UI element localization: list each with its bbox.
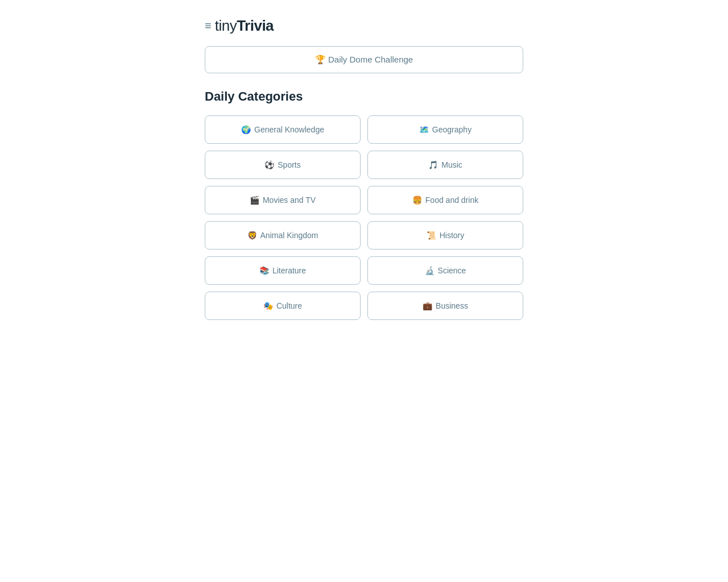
- category-button-literature[interactable]: 📚Literature: [205, 256, 361, 285]
- category-icon-10: 🎭: [263, 301, 273, 310]
- category-label-0: General Knowledge: [254, 125, 324, 134]
- category-icon-8: 📚: [259, 266, 269, 275]
- category-icon-7: 📜: [427, 231, 436, 240]
- category-icon-0: 🌍: [241, 125, 251, 134]
- category-label-9: Science: [438, 266, 466, 275]
- category-button-movies-and-tv[interactable]: 🎬Movies and TV: [205, 186, 361, 214]
- category-label-6: Animal Kingdom: [260, 231, 318, 240]
- categories-grid: 🌍General Knowledge🗺️Geography⚽Sports🎵Mus…: [205, 115, 523, 320]
- logo-trivia: Trivia: [237, 17, 274, 34]
- category-label-11: Business: [436, 301, 468, 310]
- logo-tiny: tiny: [215, 17, 237, 34]
- logo: tinyTrivia: [215, 17, 274, 35]
- category-icon-9: 🔬: [425, 266, 435, 275]
- header: ≡ tinyTrivia: [205, 17, 523, 35]
- category-button-music[interactable]: 🎵Music: [367, 151, 523, 179]
- category-icon-2: ⚽: [264, 160, 274, 169]
- menu-icon[interactable]: ≡: [205, 19, 212, 32]
- category-label-1: Geography: [432, 125, 471, 134]
- daily-categories-title: Daily Categories: [205, 89, 523, 104]
- category-button-business[interactable]: 💼Business: [367, 292, 523, 320]
- category-label-7: History: [440, 231, 465, 240]
- category-button-culture[interactable]: 🎭Culture: [205, 292, 361, 320]
- category-button-history[interactable]: 📜History: [367, 221, 523, 250]
- category-label-8: Literature: [272, 266, 306, 275]
- category-label-5: Food and drink: [425, 196, 478, 205]
- category-button-science[interactable]: 🔬Science: [367, 256, 523, 285]
- daily-dome-button[interactable]: 🏆 Daily Dome Challenge: [205, 46, 523, 73]
- category-button-animal-kingdom[interactable]: 🦁Animal Kingdom: [205, 221, 361, 250]
- category-button-sports[interactable]: ⚽Sports: [205, 151, 361, 179]
- category-button-geography[interactable]: 🗺️Geography: [367, 115, 523, 144]
- category-label-2: Sports: [278, 160, 300, 169]
- category-icon-6: 🦁: [247, 231, 257, 240]
- category-label-10: Culture: [276, 301, 302, 310]
- category-icon-11: 💼: [423, 301, 432, 310]
- category-icon-5: 🍔: [412, 196, 422, 205]
- daily-dome-icon: 🏆: [315, 55, 326, 64]
- category-label-4: Movies and TV: [263, 196, 316, 205]
- category-icon-3: 🎵: [428, 160, 438, 169]
- category-button-general-knowledge[interactable]: 🌍General Knowledge: [205, 115, 361, 144]
- daily-dome-label: Daily Dome Challenge: [328, 55, 413, 64]
- category-label-3: Music: [441, 160, 462, 169]
- page-container: ≡ tinyTrivia 🏆 Daily Dome Challenge Dail…: [0, 0, 728, 337]
- category-icon-1: 🗺️: [419, 125, 429, 134]
- category-icon-4: 🎬: [250, 196, 259, 205]
- category-button-food-and-drink[interactable]: 🍔Food and drink: [367, 186, 523, 214]
